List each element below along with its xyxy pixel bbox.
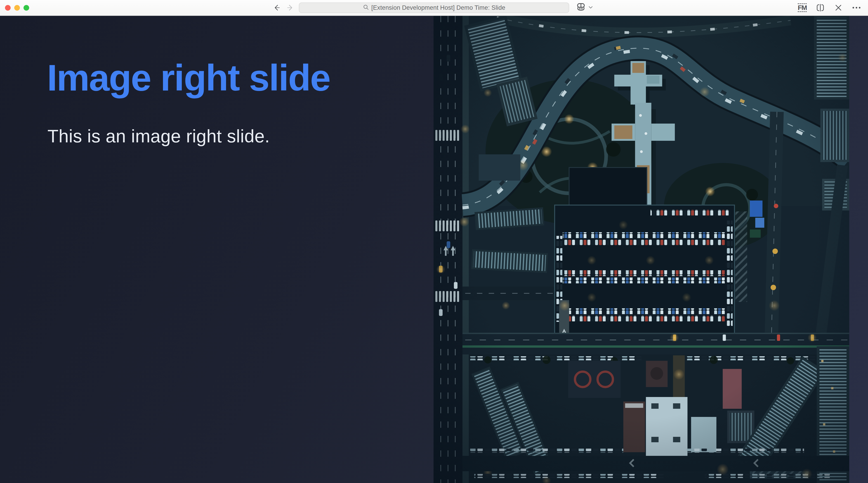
minimize-window-button[interactable] — [14, 5, 20, 11]
titlebar: [Extension Development Host] Demo Time: … — [0, 0, 868, 16]
aerial-city-photo — [434, 16, 849, 483]
zoom-window-button[interactable] — [24, 5, 29, 11]
close-window-button[interactable] — [5, 5, 11, 11]
window-controls — [5, 0, 29, 16]
history-nav — [272, 0, 294, 16]
search-icon — [363, 4, 369, 11]
slide-image — [434, 16, 849, 483]
split-editor-icon[interactable] — [815, 2, 826, 13]
photo-vignette — [434, 16, 849, 483]
copilot-menu[interactable] — [576, 0, 593, 16]
vscode-window: [Extension Development Host] Demo Time: … — [0, 0, 868, 483]
command-center[interactable]: [Extension Development Host] Demo Time: … — [299, 2, 569, 13]
chevron-down-icon — [588, 5, 593, 11]
copilot-icon — [576, 3, 586, 13]
more-actions-icon[interactable] — [851, 2, 862, 13]
back-icon[interactable] — [272, 4, 281, 12]
slide-body-text: This is an image right slide. — [48, 125, 270, 148]
fm-label: FM — [798, 4, 807, 11]
forward-icon[interactable] — [286, 4, 294, 12]
titlebar-actions: FM — [797, 0, 862, 16]
fm-dash-bottom — [798, 11, 807, 12]
window-title: [Extension Development Host] Demo Time: … — [371, 4, 505, 11]
front-matter-icon[interactable]: FM — [797, 2, 807, 13]
close-icon[interactable] — [833, 2, 844, 13]
slide: Image right slide This is an image right… — [0, 16, 868, 483]
slide-title: Image right slide — [47, 57, 330, 99]
